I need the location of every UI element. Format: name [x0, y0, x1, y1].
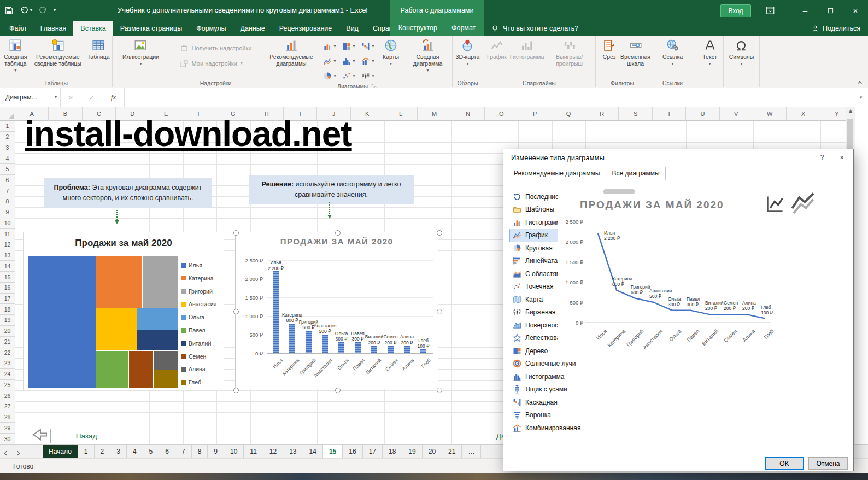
- row-header-16[interactable]: 16: [0, 283, 15, 294]
- column-header-M[interactable]: M: [418, 107, 451, 121]
- undo-caret-icon[interactable]: ▾: [30, 8, 32, 13]
- insert-function-button[interactable]: fx: [111, 93, 116, 102]
- column-header-W[interactable]: W: [753, 107, 787, 121]
- insert-chart-button[interactable]: ▾: [320, 54, 339, 68]
- sheet-tab-21[interactable]: 21: [442, 445, 462, 458]
- row-header-13[interactable]: 13: [0, 250, 15, 261]
- insert-chart-button[interactable]: ▾: [359, 39, 377, 54]
- sheet-tab-19[interactable]: 19: [402, 445, 422, 458]
- chart-type-item-Комбинированная[interactable]: Комбинированная: [510, 422, 603, 435]
- row-header-18[interactable]: 18: [0, 304, 15, 315]
- close-button[interactable]: ×: [843, 0, 868, 21]
- ribbon-tab-Конструктор[interactable]: Конструктор: [398, 21, 437, 36]
- confirm-entry-icon[interactable]: ✓: [89, 93, 95, 102]
- column-header-R[interactable]: R: [585, 107, 619, 121]
- insert-chart-button[interactable]: ▾: [359, 54, 377, 68]
- save-icon[interactable]: [4, 6, 14, 15]
- selection-handle[interactable]: [437, 230, 442, 236]
- column-header-X[interactable]: X: [787, 107, 820, 121]
- row-header-27[interactable]: 27: [0, 401, 15, 412]
- ribbon-tab-Формулы[interactable]: Формулы: [189, 21, 233, 36]
- ribbon-tab-Вид[interactable]: Вид: [339, 21, 366, 36]
- sheet-tab-20[interactable]: 20: [423, 445, 442, 458]
- ribbon-tab-Главная[interactable]: Главная: [33, 21, 74, 36]
- back-arrow-shape[interactable]: [29, 426, 50, 443]
- sheet-tab-3[interactable]: 3: [110, 445, 127, 458]
- sheet-tab-Начало[interactable]: Начало: [43, 445, 78, 458]
- sheet-next-icon[interactable]: [14, 449, 22, 457]
- ribbon-button-График[interactable]: График: [484, 37, 509, 61]
- selection-handle[interactable]: [335, 230, 341, 236]
- selection-handle[interactable]: [437, 388, 442, 393]
- dialog-title[interactable]: Изменение типа диаграммы: [503, 149, 853, 166]
- ribbon-button-Сводная таблица[interactable]: Сводная таблица▾: [1, 37, 30, 73]
- insert-chart-button[interactable]: ▾: [339, 54, 358, 68]
- row-header-4[interactable]: 4: [0, 153, 15, 164]
- selection-handle[interactable]: [233, 388, 239, 393]
- row-header-9[interactable]: 9: [0, 207, 15, 218]
- line-subtype-alt-icon[interactable]: [790, 190, 815, 215]
- row-header-28[interactable]: 28: [0, 412, 15, 423]
- sheet-tab-11[interactable]: 11: [244, 445, 263, 458]
- row-header-24[interactable]: 24: [0, 369, 15, 380]
- row-header-15[interactable]: 15: [0, 272, 15, 283]
- row-header-19[interactable]: 19: [0, 315, 15, 326]
- maximize-button[interactable]: [818, 0, 843, 21]
- column-header-P[interactable]: P: [518, 107, 552, 121]
- sheet-prev-icon[interactable]: [2, 449, 10, 457]
- row-header-1[interactable]: 1: [0, 121, 15, 132]
- ribbon-button-Рекомендуемые диаграммы[interactable]: Рекомендуемые диаграммы: [263, 37, 319, 67]
- ribbon-tab-Разметка страницы[interactable]: Разметка страницы: [113, 21, 189, 36]
- ribbon-button-Мои надстройки[interactable]: Мои надстройки▾: [180, 59, 252, 68]
- cancel-entry-icon[interactable]: ×: [69, 93, 73, 102]
- sheet-tab-5[interactable]: 5: [143, 445, 160, 458]
- row-header-3[interactable]: 3: [0, 142, 15, 153]
- subtype-scrollbar[interactable]: [603, 189, 635, 194]
- ribbon-button-Выигрыш/проигрыш[interactable]: Выигрыш/проигрыш: [544, 37, 594, 67]
- row-header-11[interactable]: 11: [0, 229, 15, 239]
- sheet-tab-14[interactable]: 14: [303, 445, 323, 458]
- line-subtype-icon[interactable]: [765, 195, 784, 214]
- ribbon-button-Временная шкала[interactable]: Временная шкала: [623, 37, 648, 67]
- ribbon-tab-Данные[interactable]: Данные: [233, 21, 272, 36]
- ok-button[interactable]: OK: [765, 457, 804, 470]
- ribbon-button-Рекомендуемые сводные таблицы[interactable]: Рекомендуемые сводные таблицы: [31, 37, 85, 67]
- column-header-Q[interactable]: Q: [552, 107, 585, 121]
- chart-type-item-Солнечные лучи[interactable]: Солнечные лучи: [510, 358, 603, 371]
- ribbon-tab-Вставка[interactable]: Вставка: [73, 21, 113, 36]
- sheet-tab-4[interactable]: 4: [127, 445, 143, 458]
- tell-me-box[interactable]: Что вы хотите сделать?: [491, 21, 578, 36]
- sheet-tab-…[interactable]: …: [462, 445, 481, 458]
- row-header-21[interactable]: 21: [0, 337, 15, 348]
- customize-qat-icon[interactable]: ▾: [54, 8, 56, 13]
- insert-chart-button[interactable]: ▾: [320, 69, 339, 83]
- row-header-26[interactable]: 26: [0, 390, 15, 401]
- ribbon-button-Получить надстройки[interactable]: Получить надстройки: [180, 44, 252, 52]
- sign-in-button[interactable]: Вход: [720, 4, 751, 17]
- insert-chart-button[interactable]: ▾: [339, 69, 358, 83]
- row-header-30[interactable]: 30: [0, 434, 15, 444]
- column-header-S[interactable]: S: [619, 107, 652, 121]
- chart-type-item-Ящик с усами[interactable]: Ящик с усами: [510, 383, 603, 396]
- selection-handle[interactable]: [233, 230, 239, 236]
- name-box-caret-icon[interactable]: ▾: [55, 95, 57, 99]
- bar-chart[interactable]: ПРОДАЖИ ЗА МАЙ 2020 ИльяКатеринаГригорий…: [235, 232, 438, 389]
- sheet-tab-6[interactable]: 6: [159, 445, 175, 458]
- back-nav-button[interactable]: Назад: [50, 429, 122, 443]
- dialog-close-icon[interactable]: ×: [834, 151, 850, 163]
- share-button[interactable]: Поделиться: [811, 21, 860, 36]
- redo-icon[interactable]: [38, 6, 48, 15]
- chart-type-item-Каскадная[interactable]: Каскадная: [510, 396, 603, 409]
- ribbon-display-options-icon[interactable]: [765, 5, 775, 15]
- sheet-tab-12[interactable]: 12: [263, 445, 283, 458]
- minimize-button[interactable]: –: [793, 0, 818, 21]
- undo-icon[interactable]: [20, 6, 29, 15]
- row-header-12[interactable]: 12: [0, 239, 15, 250]
- ribbon-button-Срез[interactable]: Срез: [597, 37, 622, 61]
- chart-type-item-Гистограмма[interactable]: Гистограмма: [510, 370, 603, 383]
- ribbon-tab-Файл[interactable]: Файл: [2, 21, 33, 36]
- row-header-6[interactable]: 6: [0, 175, 15, 186]
- ribbon-button-Иллюстрации[interactable]: Иллюстрации▾: [121, 37, 161, 67]
- ribbon-button-3D-карта[interactable]: 3D-карта▾: [454, 37, 482, 67]
- sheet-tab-16[interactable]: 16: [343, 445, 362, 458]
